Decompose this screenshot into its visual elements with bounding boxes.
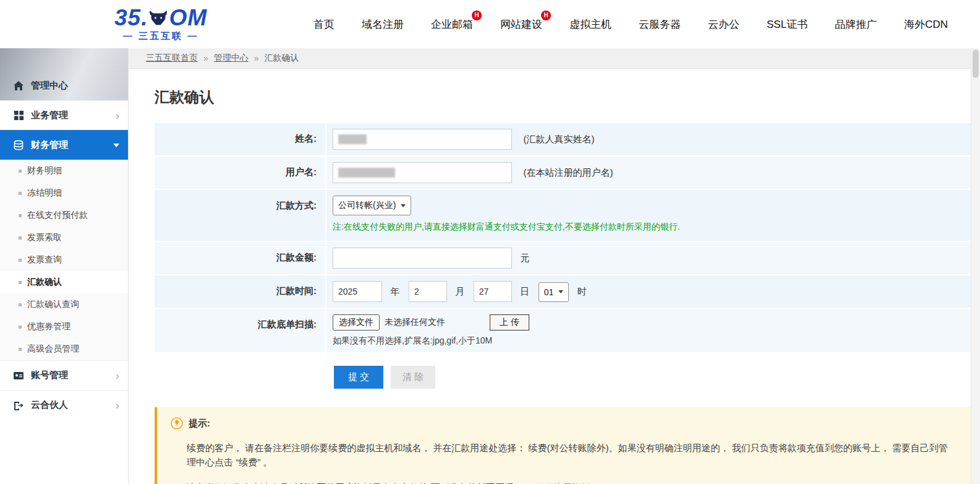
breadcrumb-separator: » [203, 53, 208, 63]
logo[interactable]: 35. OM — 三五互联 — [114, 6, 207, 42]
name-field-area: (汇款人真实姓名) [326, 123, 971, 155]
amount-input[interactable] [333, 248, 512, 269]
sidebar-item-management-center[interactable]: 管理中心 [0, 71, 128, 100]
nav-label: 虚拟主机 [569, 19, 611, 30]
breadcrumb-link-home[interactable]: 三五互联首页 [146, 53, 198, 64]
submenu-item-premium-member[interactable]: 高级会员管理 [0, 338, 128, 360]
name-input-wrap [333, 129, 512, 150]
hour-select[interactable]: 01 [539, 282, 569, 302]
bull-icon [148, 9, 168, 27]
submenu-item-coupon-management[interactable]: 优惠券管理 [0, 316, 128, 338]
vertical-scrollbar[interactable] [971, 48, 980, 484]
chevron-down-icon [558, 290, 563, 293]
method-label: 汇款方式: [155, 190, 326, 241]
submit-button[interactable]: 提 交 [334, 366, 383, 389]
clear-button[interactable]: 清 除 [391, 366, 435, 389]
chevron-down-icon [401, 204, 406, 207]
chevron-right-icon: › [116, 110, 119, 121]
submenu-label: 优惠券管理 [27, 321, 70, 332]
submenu-item-invoice-query[interactable]: 发票查询 [0, 249, 128, 271]
nav-item-website-building[interactable]: 网站建设H [500, 17, 542, 32]
logo-text: 35. OM [114, 6, 207, 29]
method-select[interactable]: 公司转帐(兴业) [333, 196, 411, 215]
sidebar-item-cloud-partner[interactable]: 云合伙人 › [0, 390, 128, 420]
bullet-icon [19, 214, 22, 217]
sidebar-item-finance-management[interactable]: 财务管理 [0, 130, 128, 160]
amount-field-area: 元 [326, 242, 971, 274]
nav-item-home[interactable]: 首页 [313, 17, 334, 32]
sidebar-item-label: 业务管理 [31, 110, 116, 121]
top-header: 35. OM — 三五互联 — 首页 域名注册 企业邮箱H 网站建设H 虚拟主机… [0, 0, 980, 48]
nav-item-overseas-cdn[interactable]: 海外CDN [904, 17, 948, 32]
form-row-username: 用户名: (在本站注册的用户名) [155, 155, 971, 189]
partner-icon [12, 399, 25, 412]
submenu-label: 发票查询 [27, 254, 62, 266]
logo-prefix: 35. [114, 6, 148, 29]
nav-label: 海外CDN [904, 19, 948, 30]
nav-item-cloud-office[interactable]: 云办公 [708, 17, 739, 32]
notice-line2: 请务必保证您在申请会员时所填写的用户资料是真实完整的,否则业务将暂不开通 修改注… [171, 481, 956, 484]
amount-unit: 元 [520, 253, 529, 263]
submenu-item-remittance-confirm-query[interactable]: 汇款确认查询 [0, 293, 128, 316]
hour-unit: 时 [577, 286, 587, 296]
form-row-time: 汇款时间: 年 月 日 01 时 [155, 274, 971, 308]
sidebar-item-label: 云合伙人 [31, 399, 116, 411]
breadcrumb-link-management-center[interactable]: 管理中心 [214, 53, 249, 64]
redacted-name-value [338, 134, 367, 144]
hour-selected-value: 01 [544, 287, 554, 297]
bullet-icon [19, 303, 22, 306]
notice-line1: 续费的客户， 请在备注栏注明你要续费的虚拟主机和域名， 并在汇款用途处选择： 续… [171, 441, 956, 469]
name-label: 姓名: [155, 123, 326, 155]
choose-file-button[interactable]: 选择文件 [333, 314, 380, 331]
submenu-label: 高级会员管理 [27, 344, 79, 355]
submenu-label: 财务明细 [27, 165, 62, 176]
form-actions: 提 交 清 除 [334, 366, 971, 389]
bullet-icon [19, 259, 22, 262]
logo-subtitle: — 三五互联 — [123, 30, 198, 42]
scrollbar-thumb[interactable] [973, 50, 979, 78]
nav-label: 品牌推广 [835, 19, 877, 30]
year-input[interactable] [333, 281, 382, 302]
nav-item-domain[interactable]: 域名注册 [362, 17, 404, 32]
page-title: 汇款确认 [155, 87, 971, 107]
main-area: 三五互联首页 » 管理中心 » 汇款确认 汇款确认 姓名: (汇款人真实姓名) [129, 48, 971, 484]
username-input-wrap [333, 162, 512, 183]
submenu-item-finance-detail[interactable]: 财务明细 [0, 160, 128, 182]
time-field-area: 年 月 日 01 时 [326, 275, 971, 308]
sidebar-item-account-management[interactable]: 账号管理 › [0, 360, 128, 390]
submenu-item-frozen-detail[interactable]: 冻结明细 [0, 182, 128, 204]
nav-item-virtual-host[interactable]: 虚拟主机 [569, 17, 611, 32]
submenu-item-invoice-request[interactable]: 发票索取 [0, 227, 128, 249]
coins-icon [12, 139, 25, 152]
submenu-label: 汇款确认 [27, 277, 62, 288]
submenu-label: 在线支付预付款 [27, 210, 88, 221]
nav-item-brand-promotion[interactable]: 品牌推广 [835, 17, 877, 32]
nav-label: 企业邮箱 [431, 19, 473, 30]
breadcrumb-separator: » [254, 53, 259, 63]
nav-item-cloud-server[interactable]: 云服务器 [639, 17, 681, 32]
bullet-icon [19, 348, 22, 351]
nav-label: 网站建设 [500, 19, 542, 30]
username-label: 用户名: [155, 157, 326, 189]
submenu-item-remittance-confirm[interactable]: 汇款确认 [0, 271, 128, 293]
day-input[interactable] [474, 281, 512, 302]
submenu-item-online-prepay[interactable]: 在线支付预付款 [0, 204, 128, 227]
lightbulb-icon [171, 417, 183, 430]
content: 汇款确认 姓名: (汇款人真实姓名) 用户名: [129, 69, 971, 484]
month-input[interactable] [409, 281, 447, 302]
day-unit: 日 [520, 286, 529, 296]
remittance-form: 姓名: (汇款人真实姓名) 用户名: [155, 123, 971, 352]
sidebar-item-business-management[interactable]: 业务管理 › [0, 100, 128, 130]
upload-button[interactable]: 上 传 [490, 314, 529, 331]
method-tip: 注:在线支付失败的用户,请直接选择财富通支付或支付宝支付,不要选择付款时所采用的… [333, 222, 971, 233]
nav-item-ssl-cert[interactable]: SSL证书 [767, 17, 807, 32]
main-nav: 首页 域名注册 企业邮箱H 网站建设H 虚拟主机 云服务器 云办公 SSL证书 … [313, 17, 948, 32]
submenu-label: 发票索取 [27, 232, 62, 243]
receipt-label: 汇款底单扫描: [155, 309, 326, 352]
form-row-method: 汇款方式: 公司转帐(兴业) 注:在线支付失败的用户,请直接选择财富通支付或支付… [155, 189, 971, 241]
nav-item-enterprise-mail[interactable]: 企业邮箱H [431, 17, 473, 32]
hot-badge: H [541, 11, 551, 20]
home-icon [12, 79, 25, 92]
breadcrumb-current: 汇款确认 [265, 53, 299, 64]
form-row-receipt: 汇款底单扫描: 选择文件 未选择任何文件 上 传 如果没有不用选择,扩展名:jp… [155, 308, 971, 352]
